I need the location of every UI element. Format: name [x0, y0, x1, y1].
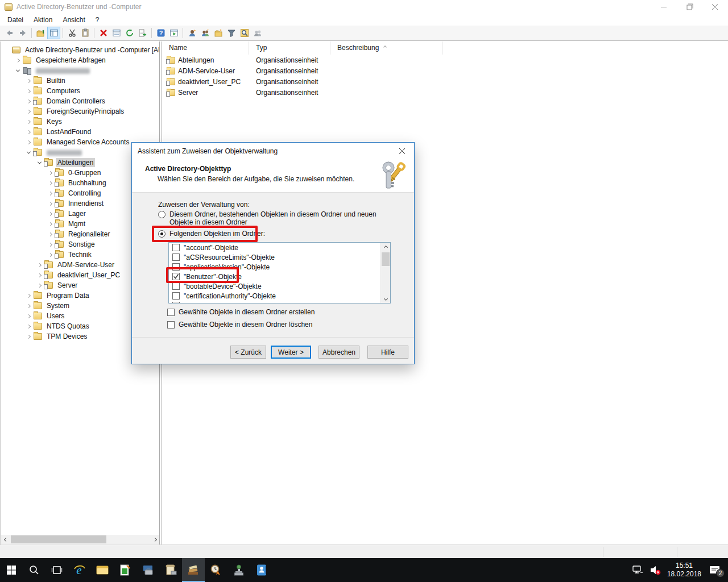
object-type-row[interactable]: "aCSResourceLimits"-Objekte [169, 252, 390, 262]
column-header-typ[interactable]: Typ [249, 41, 330, 55]
expander-icon[interactable] [46, 213, 55, 215]
tree-item[interactable]: Domain Controllers [1, 96, 159, 106]
menu-hilfe[interactable]: ? [90, 15, 105, 25]
expander-icon[interactable] [46, 172, 55, 174]
expander-icon[interactable] [24, 141, 33, 144]
list-row[interactable]: Server Organisationseinheit [162, 87, 728, 98]
export-list-icon[interactable] [136, 27, 149, 39]
scroll-down-icon[interactable] [381, 294, 390, 303]
expander-icon[interactable] [24, 90, 33, 93]
expander-icon[interactable] [24, 315, 33, 318]
refresh-icon[interactable] [123, 27, 136, 39]
find-icon[interactable] [238, 27, 251, 39]
expander-icon[interactable] [24, 151, 33, 154]
expander-icon[interactable] [46, 233, 55, 236]
filter-icon[interactable] [225, 27, 238, 39]
checkbox-icon[interactable] [172, 292, 180, 300]
expander-icon[interactable] [14, 69, 22, 72]
list-row[interactable]: Abteilungen Organisationseinheit [162, 55, 728, 65]
tree-item[interactable]: Builtin [1, 76, 159, 86]
cut-icon[interactable] [65, 27, 78, 39]
taskbar-task-view-icon[interactable] [46, 558, 68, 582]
expander-icon[interactable] [24, 294, 33, 297]
tree-item[interactable]: Gespeicherte Abfragen [1, 55, 159, 65]
expander-icon[interactable] [24, 325, 33, 328]
taskbar-start-icon[interactable] [0, 558, 23, 582]
taskbar-script-icon[interactable] [159, 558, 182, 582]
cancel-button[interactable]: Abbrechen [318, 346, 359, 359]
list-row[interactable]: deaktiviert_User_PC Organisationseinheit [162, 76, 728, 87]
volume-muted-icon[interactable] [649, 564, 661, 576]
checkbox-icon[interactable] [167, 309, 175, 316]
scroll-left-icon[interactable] [1, 535, 10, 544]
object-type-row[interactable]: "Computer"-Objekte [169, 301, 390, 304]
expander-icon[interactable] [35, 161, 44, 164]
menu-aktion[interactable]: Aktion [28, 15, 57, 25]
taskbar-scheduler-icon[interactable] [205, 558, 228, 582]
expander-icon[interactable] [24, 110, 33, 113]
radio-icon[interactable] [158, 211, 166, 218]
new-ou-icon[interactable] [212, 27, 225, 39]
taskbar-editor-icon[interactable] [114, 558, 136, 582]
dialog-close-button[interactable] [390, 143, 414, 160]
expander-icon[interactable] [35, 264, 44, 267]
forward-icon[interactable] [16, 27, 29, 39]
expander-icon[interactable] [46, 182, 55, 185]
object-type-row[interactable]: "certificationAuthority"-Objekte [169, 291, 390, 301]
expander-icon[interactable] [24, 305, 33, 307]
expander-icon[interactable] [14, 59, 22, 62]
list-row[interactable]: ADM-Service-User Organisationseinheit [162, 65, 728, 76]
expander-icon[interactable] [24, 120, 33, 123]
checkbox-icon[interactable] [172, 302, 180, 304]
expander-icon[interactable] [24, 335, 33, 338]
action-center-icon[interactable]: 2 [709, 565, 721, 575]
close-button[interactable] [702, 0, 728, 14]
tree-item[interactable]: Computers [1, 86, 159, 96]
console-tree-icon[interactable] [47, 27, 60, 39]
scroll-thumb[interactable] [382, 252, 390, 266]
column-header-name[interactable]: Name [162, 41, 249, 55]
list-vertical-scrollbar[interactable] [380, 243, 390, 303]
delegate-icon[interactable] [251, 27, 264, 39]
taskbar-internet-explorer-icon[interactable]: e [68, 558, 91, 582]
expander-icon[interactable] [24, 131, 33, 134]
help-button[interactable]: Hilfe [367, 346, 408, 359]
taskbar-search-icon[interactable] [23, 558, 46, 582]
taskbar-file-explorer-icon[interactable] [91, 558, 114, 582]
expander-icon[interactable] [46, 223, 55, 226]
properties-icon[interactable] [110, 27, 123, 39]
restore-button[interactable] [677, 0, 702, 14]
tree-item[interactable]: Keys [1, 117, 159, 127]
expander-icon[interactable] [46, 202, 55, 205]
tree-item[interactable]: LostAndFound [1, 127, 159, 137]
help-icon[interactable]: ? [154, 27, 167, 39]
taskbar-server-manager-icon[interactable] [136, 558, 159, 582]
expander-icon[interactable] [35, 274, 44, 277]
menu-datei[interactable]: Datei [2, 15, 28, 25]
taskbar-aduc-icon[interactable] [182, 558, 205, 582]
checkbox-delete-objects[interactable]: Gewählte Objekte in diesem Ordner lösche… [167, 321, 312, 329]
checkbox-icon[interactable] [172, 282, 180, 290]
expander-icon[interactable] [35, 284, 44, 287]
radio-this-folder[interactable]: Diesem Ordner, bestehenden Objekten in d… [158, 210, 390, 226]
checkbox-icon[interactable] [172, 253, 180, 261]
menu-ansicht[interactable]: Ansicht [57, 15, 90, 25]
minimize-button[interactable] [651, 0, 677, 14]
scroll-right-icon[interactable] [150, 535, 159, 544]
new-group-icon[interactable] [198, 27, 212, 39]
delete-icon[interactable] [97, 27, 110, 39]
checkbox-icon[interactable] [172, 244, 180, 251]
scroll-thumb[interactable] [11, 535, 106, 543]
tree-item[interactable]: Active Directory-Benutzer und -Computer … [1, 45, 159, 55]
checkbox-create-objects[interactable]: Gewählte Objekte in diesem Ordner erstel… [167, 308, 315, 316]
expander-icon[interactable] [24, 80, 33, 82]
taskbar-contacts-icon[interactable] [250, 558, 273, 582]
back-icon[interactable] [3, 27, 16, 39]
expander-icon[interactable] [46, 243, 55, 246]
network-status-icon[interactable] [632, 565, 643, 575]
new-user-icon[interactable] [185, 27, 198, 39]
tree-horizontal-scrollbar[interactable] [1, 535, 159, 544]
taskbar-clock[interactable]: 15:51 18.02.2018 [667, 562, 701, 579]
checkbox-icon[interactable] [167, 321, 175, 329]
tree-item[interactable]: ForeignSecurityPrincipals [1, 106, 159, 117]
